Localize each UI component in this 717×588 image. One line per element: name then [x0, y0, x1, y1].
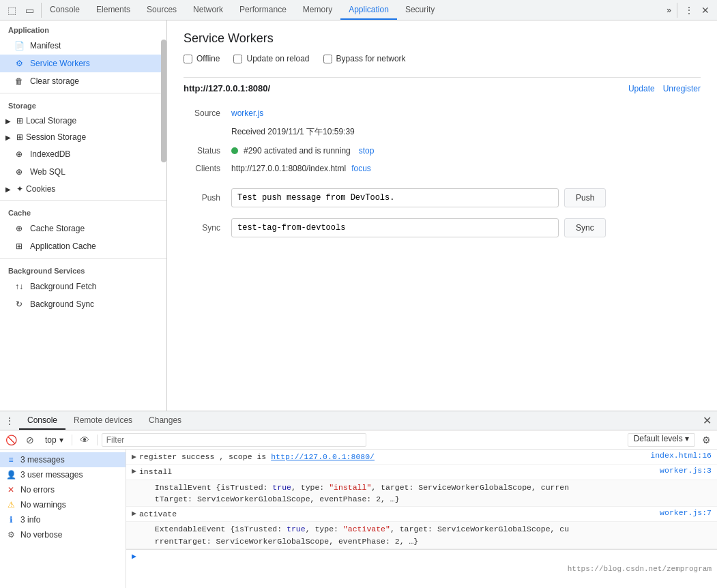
- tab-remote-devices[interactable]: Remote devices: [65, 411, 141, 430]
- console-menu-icon[interactable]: ⋮: [0, 416, 19, 426]
- manifest-icon: 📄: [14, 40, 25, 51]
- sidebar-item-clear-storage[interactable]: 🗑 Clear storage: [0, 72, 166, 90]
- tab-performance[interactable]: Performance: [231, 0, 295, 20]
- sw-options: Offline Update on reload Bypass for netw…: [184, 54, 701, 63]
- console-message-3: ▶ activate worker.js:7: [126, 507, 717, 522]
- console-pause-icon[interactable]: ⊘: [22, 432, 38, 448]
- device-icon[interactable]: ▭: [22, 3, 37, 18]
- tab-console[interactable]: Console: [42, 0, 88, 20]
- bg-fetch-label: Background Fetch: [30, 282, 96, 291]
- bypass-option: Bypass for network: [323, 54, 406, 63]
- console-sidebar-user-messages[interactable]: 👤 3 user messages: [0, 467, 126, 482]
- msg3-expand[interactable]: ▶: [132, 508, 136, 518]
- log-level-select[interactable]: Default levels ▾: [628, 433, 695, 447]
- sidebar-item-local-storage[interactable]: ▶ ⊞ Local Storage: [0, 113, 166, 129]
- console-sidebar-errors[interactable]: ✕ No errors: [0, 482, 126, 497]
- session-storage-expand-icon: ▶: [5, 134, 14, 141]
- sidebar-item-service-workers[interactable]: ⚙ Service Workers: [0, 55, 166, 72]
- tabs-list: Console Elements Sources Network Perform…: [42, 0, 661, 20]
- offline-label[interactable]: Offline: [196, 54, 220, 63]
- tab-elements[interactable]: Elements: [88, 0, 138, 20]
- bg-services-section-title: Background Services: [0, 261, 166, 278]
- bypass-checkbox[interactable]: [323, 55, 332, 63]
- bg-sync-icon: ↻: [14, 299, 25, 310]
- msg1-expand-arrow[interactable]: ▶: [132, 451, 136, 461]
- push-input[interactable]: [231, 188, 559, 207]
- sidebar: Application 📄 Manifest ⚙ Service Workers…: [0, 20, 167, 411]
- clear-storage-label: Clear storage: [30, 76, 79, 86]
- context-select[interactable]: top ▾: [41, 435, 68, 445]
- msg2-text: install: [139, 466, 652, 477]
- console-messages: ▶ register success , scope is http://127…: [126, 450, 717, 588]
- sidebar-item-app-cache[interactable]: ⊞ Application Cache: [0, 237, 166, 255]
- console-sidebar-info[interactable]: ℹ 3 info: [0, 512, 126, 527]
- tab-security[interactable]: Security: [397, 0, 443, 20]
- close-devtools-button[interactable]: ✕: [698, 3, 713, 18]
- console-message-3-detail: ExtendableEvent {isTrusted: true, type: …: [126, 522, 717, 549]
- msg2-expand[interactable]: ▶: [132, 466, 136, 475]
- sw-origin: http://127.0.0.1:8080/: [184, 83, 270, 93]
- focus-link[interactable]: focus: [351, 164, 371, 173]
- msg1-source[interactable]: index.html:16: [645, 451, 712, 460]
- console-eye-icon[interactable]: 👁: [76, 432, 93, 448]
- local-storage-icon: ⊞: [16, 116, 23, 126]
- more-tabs-button[interactable]: »: [661, 5, 677, 15]
- stop-link[interactable]: stop: [359, 146, 375, 156]
- sw-unregister-link[interactable]: Unregister: [663, 84, 701, 93]
- console-filter-input[interactable]: [102, 433, 366, 447]
- msg1-link[interactable]: http://127.0.0.1:8080/: [271, 452, 375, 461]
- update-on-reload-label[interactable]: Update on reload: [246, 54, 309, 63]
- offline-option: Offline: [184, 54, 220, 63]
- console-message-2: ▶ install worker.js:3: [126, 465, 717, 480]
- bypass-label[interactable]: Bypass for network: [336, 54, 406, 63]
- status-label: Status: [184, 146, 231, 156]
- msg2-detail: InstallEvent {isTrusted: true, type: "in…: [145, 482, 712, 505]
- tab-memory[interactable]: Memory: [295, 0, 340, 20]
- sidebar-item-web-sql[interactable]: ⊕ Web SQL: [0, 163, 166, 181]
- more-options-icon[interactable]: ⋮: [682, 3, 697, 18]
- sidebar-item-cookies[interactable]: ▶ ✦ Cookies: [0, 181, 166, 197]
- sidebar-item-indexeddb[interactable]: ⊕ IndexedDB: [0, 145, 166, 163]
- sync-button[interactable]: Sync: [564, 218, 606, 237]
- console-close-button[interactable]: ✕: [697, 414, 717, 427]
- msg1-text: register success , scope is http://127.0…: [139, 451, 642, 462]
- storage-section-title: Storage: [0, 96, 166, 113]
- tab-network[interactable]: Network: [185, 0, 231, 20]
- toolbar-divider: [72, 435, 72, 445]
- context-label: top: [45, 435, 57, 445]
- update-on-reload-option: Update on reload: [233, 54, 309, 63]
- tab-application[interactable]: Application: [340, 0, 397, 20]
- sidebar-item-bg-fetch[interactable]: ↑↓ Background Fetch: [0, 278, 166, 295]
- tab-changes[interactable]: Changes: [141, 411, 190, 430]
- push-button[interactable]: Push: [564, 188, 606, 207]
- update-on-reload-checkbox[interactable]: [233, 55, 242, 63]
- sidebar-item-manifest[interactable]: 📄 Manifest: [0, 37, 166, 55]
- error-icon: ✕: [5, 484, 16, 495]
- sidebar-item-session-storage[interactable]: ▶ ⊞ Session Storage: [0, 129, 166, 145]
- offline-checkbox[interactable]: [184, 55, 192, 63]
- sidebar-item-cache-storage[interactable]: ⊕ Cache Storage: [0, 220, 166, 237]
- tab-console-bottom[interactable]: Console: [19, 411, 65, 430]
- push-label: Push: [184, 193, 231, 203]
- console-clear-icon[interactable]: 🚫: [3, 432, 19, 448]
- console-sidebar-warnings[interactable]: ⚠ No warnings: [0, 497, 126, 512]
- source-file-link[interactable]: worker.js: [231, 108, 263, 118]
- source-label: Source: [184, 108, 231, 118]
- console-message-1: ▶ register success , scope is http://127…: [126, 450, 717, 465]
- console-settings-icon[interactable]: ⚙: [698, 432, 714, 448]
- user-messages-label: 3 user messages: [20, 470, 83, 480]
- status-dot: [231, 147, 238, 154]
- sync-input[interactable]: [231, 218, 559, 237]
- sw-received-row: Received 2019/11/1 下午10:59:39: [184, 122, 701, 142]
- tab-sources[interactable]: Sources: [138, 0, 185, 20]
- bg-fetch-icon: ↑↓: [14, 281, 25, 292]
- msg2-source[interactable]: worker.js:3: [654, 466, 712, 475]
- sidebar-item-bg-sync[interactable]: ↻ Background Sync: [0, 295, 166, 313]
- msg3-source[interactable]: worker.js:7: [654, 508, 712, 517]
- cookies-label: Cookies: [26, 184, 55, 194]
- inspect-icon[interactable]: ⬚: [4, 3, 19, 18]
- status-value: #290 activated and is running stop: [231, 146, 701, 156]
- console-sidebar-all-messages[interactable]: ≡ 3 messages: [0, 452, 126, 467]
- console-sidebar-verbose[interactable]: ⚙ No verbose: [0, 527, 126, 542]
- sw-update-link[interactable]: Update: [628, 84, 655, 93]
